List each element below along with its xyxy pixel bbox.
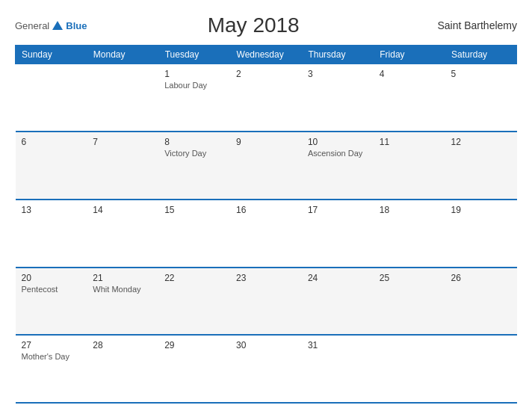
- day-number: 28: [93, 340, 152, 350]
- week-row-4: 20Pentecost21Whit Monday2223242526: [16, 268, 517, 336]
- day-number: 22: [164, 273, 224, 283]
- day-cell: 31: [302, 335, 374, 403]
- day-cell: 19: [445, 200, 517, 268]
- day-event: Mother's Day: [22, 352, 81, 361]
- day-cell: 16: [230, 200, 302, 268]
- day-number: 15: [164, 205, 224, 215]
- day-event: Pentecost: [22, 285, 81, 294]
- region-label: Saint Barthelemy: [420, 19, 517, 31]
- day-event: Victory Day: [164, 149, 224, 158]
- logo: General Blue: [15, 19, 87, 32]
- day-number: 8: [164, 137, 224, 147]
- day-number: 23: [236, 273, 296, 283]
- calendar-table: Sunday Monday Tuesday Wednesday Thursday…: [15, 45, 517, 404]
- col-saturday: Saturday: [445, 46, 517, 64]
- day-number: 1: [164, 69, 224, 79]
- header-row: Sunday Monday Tuesday Wednesday Thursday…: [16, 46, 517, 64]
- day-number: 7: [93, 137, 152, 147]
- day-cell: 11: [374, 132, 445, 200]
- day-cell: 2: [230, 64, 302, 132]
- col-thursday: Thursday: [302, 46, 374, 64]
- day-number: 17: [308, 205, 368, 215]
- day-cell: 29: [158, 335, 230, 403]
- day-cell: [445, 335, 517, 403]
- col-wednesday: Wednesday: [230, 46, 302, 64]
- logo-blue: Blue: [66, 20, 87, 31]
- day-cell: 30: [230, 335, 302, 403]
- day-cell: 15: [158, 200, 230, 268]
- day-number: 11: [380, 137, 439, 147]
- day-number: 3: [308, 69, 368, 79]
- day-cell: 24: [302, 268, 374, 336]
- day-cell: 12: [445, 132, 517, 200]
- top-bar: General Blue May 2018 Saint Barthelemy: [15, 13, 517, 37]
- day-number: 19: [451, 205, 511, 215]
- day-number: 4: [380, 69, 439, 79]
- day-cell: 17: [302, 200, 374, 268]
- day-cell: 22: [158, 268, 230, 336]
- day-cell: 8Victory Day: [158, 132, 230, 200]
- logo-triangle-icon: [52, 21, 63, 30]
- day-number: 9: [236, 137, 296, 147]
- day-cell: 3: [302, 64, 374, 132]
- day-number: 18: [380, 205, 439, 215]
- day-cell: 9: [230, 132, 302, 200]
- day-cell: 25: [374, 268, 445, 336]
- day-number: 5: [451, 69, 511, 79]
- week-row-1: 1Labour Day2345: [16, 64, 517, 132]
- day-number: 6: [22, 137, 81, 147]
- day-cell: 7: [87, 132, 158, 200]
- day-cell: [374, 335, 445, 403]
- day-event: Ascension Day: [308, 149, 368, 158]
- logo-general: General: [15, 20, 49, 31]
- day-number: 31: [308, 340, 368, 350]
- day-cell: 6: [16, 132, 87, 200]
- col-friday: Friday: [374, 46, 445, 64]
- day-cell: 21Whit Monday: [87, 268, 158, 336]
- day-cell: 10Ascension Day: [302, 132, 374, 200]
- day-cell: 13: [16, 200, 87, 268]
- day-number: 20: [22, 273, 81, 283]
- day-cell: [87, 64, 158, 132]
- col-sunday: Sunday: [16, 46, 87, 64]
- day-number: 10: [308, 137, 368, 147]
- day-cell: 23: [230, 268, 302, 336]
- day-number: 13: [22, 205, 81, 215]
- calendar-title: May 2018: [87, 13, 420, 37]
- day-number: 21: [93, 273, 152, 283]
- day-cell: 26: [445, 268, 517, 336]
- calendar-page: General Blue May 2018 Saint Barthelemy S…: [0, 0, 532, 411]
- day-number: 30: [236, 340, 296, 350]
- day-cell: 14: [87, 200, 158, 268]
- day-event: Labour Day: [164, 81, 224, 90]
- day-cell: 1Labour Day: [158, 64, 230, 132]
- day-number: 14: [93, 205, 152, 215]
- week-row-5: 27Mother's Day28293031: [16, 335, 517, 403]
- col-tuesday: Tuesday: [158, 46, 230, 64]
- col-monday: Monday: [87, 46, 158, 64]
- day-number: 25: [380, 273, 439, 283]
- day-cell: 18: [374, 200, 445, 268]
- day-cell: 20Pentecost: [16, 268, 87, 336]
- day-number: 16: [236, 205, 296, 215]
- day-number: 29: [164, 340, 224, 350]
- day-number: 12: [451, 137, 511, 147]
- day-number: 24: [308, 273, 368, 283]
- day-event: Whit Monday: [93, 285, 152, 294]
- week-row-2: 678Victory Day910Ascension Day1112: [16, 132, 517, 200]
- day-cell: 4: [374, 64, 445, 132]
- day-number: 26: [451, 273, 511, 283]
- day-cell: 27Mother's Day: [16, 335, 87, 403]
- week-row-3: 13141516171819: [16, 200, 517, 268]
- day-number: 27: [22, 340, 81, 350]
- day-cell: 5: [445, 64, 517, 132]
- day-cell: 28: [87, 335, 158, 403]
- day-cell: [16, 64, 87, 132]
- day-number: 2: [236, 69, 296, 79]
